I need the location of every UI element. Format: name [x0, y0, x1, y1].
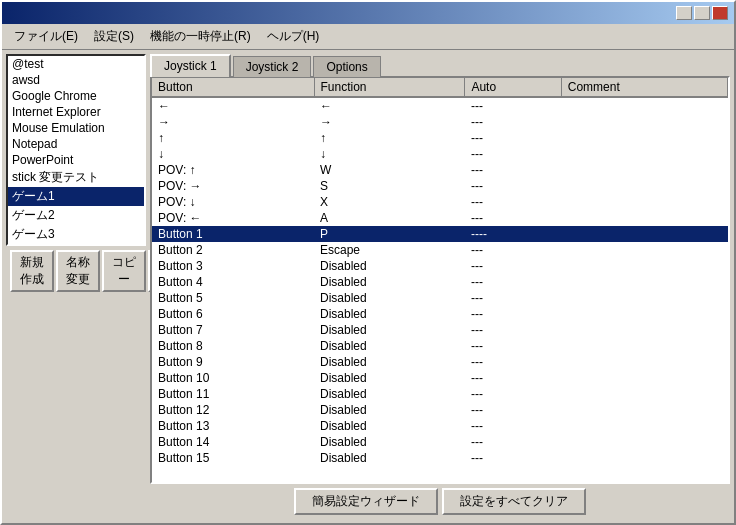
table-row[interactable]: ↑↑---: [152, 130, 728, 146]
tab-joystick-2[interactable]: Joystick 2: [233, 56, 312, 77]
cell-comment: [561, 434, 727, 450]
cell-comment: [561, 258, 727, 274]
profile-item[interactable]: ゲーム1: [8, 187, 144, 206]
table-header-row: ButtonFunctionAutoComment: [152, 78, 728, 97]
profile-item[interactable]: @test: [8, 56, 144, 72]
cell-function: ↑: [314, 130, 465, 146]
app-window: ファイル(E)設定(S)機能の一時停止(R)ヘルプ(H) @testawsdGo…: [0, 0, 736, 525]
table-row[interactable]: →→---: [152, 114, 728, 130]
cell-button: Button 13: [152, 418, 314, 434]
cell-function: P: [314, 226, 465, 242]
table-row[interactable]: POV: →S---: [152, 178, 728, 194]
profile-item[interactable]: PowerPoint: [8, 152, 144, 168]
tab-options[interactable]: Options: [313, 56, 380, 77]
cell-function: Disabled: [314, 274, 465, 290]
left-section: @testawsdGoogle ChromeInternet ExplorerM…: [6, 54, 146, 519]
cell-auto: ---: [465, 306, 561, 322]
cell-function: Disabled: [314, 338, 465, 354]
menubar: ファイル(E)設定(S)機能の一時停止(R)ヘルプ(H): [2, 24, 734, 50]
cell-auto: ---: [465, 338, 561, 354]
table-row[interactable]: Button 14Disabled---: [152, 434, 728, 450]
cell-auto: ---: [465, 418, 561, 434]
cell-function: Disabled: [314, 322, 465, 338]
cell-button: POV: ←: [152, 210, 314, 226]
cell-comment: [561, 418, 727, 434]
cell-auto: ----: [465, 226, 561, 242]
cell-auto: ---: [465, 450, 561, 466]
cell-comment: [561, 210, 727, 226]
left-action-button[interactable]: 名称変更: [56, 250, 100, 292]
right-button-bar: 簡易設定ウィザード設定をすべてクリア: [150, 484, 730, 519]
cell-function: X: [314, 194, 465, 210]
table-row[interactable]: POV: ↓X---: [152, 194, 728, 210]
right-section: Joystick 1Joystick 2Options ButtonFuncti…: [150, 54, 730, 519]
table-row[interactable]: Button 13Disabled---: [152, 418, 728, 434]
maximize-button[interactable]: [694, 6, 710, 20]
table-row[interactable]: Button 1P----: [152, 226, 728, 242]
tab-joystick-1[interactable]: Joystick 1: [150, 54, 231, 77]
cell-button: Button 5: [152, 290, 314, 306]
close-button[interactable]: [712, 6, 728, 20]
cell-button: Button 1: [152, 226, 314, 242]
profile-item[interactable]: stick 変更テスト: [8, 168, 144, 187]
table-row[interactable]: Button 7Disabled---: [152, 322, 728, 338]
menu-item[interactable]: 機能の一時停止(R): [142, 26, 259, 47]
cell-button: Button 9: [152, 354, 314, 370]
cell-button: Button 6: [152, 306, 314, 322]
table-row[interactable]: Button 3Disabled---: [152, 258, 728, 274]
cell-button: ↓: [152, 146, 314, 162]
cell-button: Button 14: [152, 434, 314, 450]
cell-function: Disabled: [314, 290, 465, 306]
table-row[interactable]: Button 10Disabled---: [152, 370, 728, 386]
profile-item[interactable]: ゲーム2: [8, 206, 144, 225]
table-row[interactable]: Button 15Disabled---: [152, 450, 728, 466]
menu-item[interactable]: 設定(S): [86, 26, 142, 47]
cell-auto: ---: [465, 178, 561, 194]
cell-comment: [561, 402, 727, 418]
table-row[interactable]: Button 11Disabled---: [152, 386, 728, 402]
right-action-button[interactable]: 簡易設定ウィザード: [294, 488, 438, 515]
table-row[interactable]: ←←---: [152, 97, 728, 114]
cell-comment: [561, 370, 727, 386]
cell-function: Disabled: [314, 402, 465, 418]
cell-auto: ---: [465, 274, 561, 290]
table-row[interactable]: POV: ←A---: [152, 210, 728, 226]
cell-function: Disabled: [314, 370, 465, 386]
table-row[interactable]: Button 8Disabled---: [152, 338, 728, 354]
table-body: ←←---→→---↑↑---↓↓---POV: ↑W---POV: →S---…: [152, 97, 728, 466]
table-row[interactable]: ↓↓---: [152, 146, 728, 162]
table-row[interactable]: Button 12Disabled---: [152, 402, 728, 418]
cell-comment: [561, 162, 727, 178]
cell-comment: [561, 178, 727, 194]
titlebar: [2, 2, 734, 24]
table-wrapper[interactable]: ButtonFunctionAutoComment ←←---→→---↑↑--…: [152, 78, 728, 482]
right-action-button[interactable]: 設定をすべてクリア: [442, 488, 586, 515]
left-button-bar: 新規作成名称変更コピー削除: [6, 246, 146, 296]
profile-item[interactable]: awsd: [8, 72, 144, 88]
profile-item[interactable]: ゲーム3: [8, 225, 144, 244]
table-row[interactable]: Button 2Escape---: [152, 242, 728, 258]
cell-auto: ---: [465, 97, 561, 114]
profile-item[interactable]: Google Chrome: [8, 88, 144, 104]
menu-item[interactable]: ファイル(E): [6, 26, 86, 47]
table-row[interactable]: Button 9Disabled---: [152, 354, 728, 370]
minimize-button[interactable]: [676, 6, 692, 20]
cell-auto: ---: [465, 162, 561, 178]
menu-item[interactable]: ヘルプ(H): [259, 26, 328, 47]
cell-button: →: [152, 114, 314, 130]
profile-item[interactable]: Mouse Emulation: [8, 120, 144, 136]
table-row[interactable]: Button 4Disabled---: [152, 274, 728, 290]
cell-auto: ---: [465, 386, 561, 402]
table-row[interactable]: POV: ↑W---: [152, 162, 728, 178]
left-action-button[interactable]: コピー: [102, 250, 146, 292]
cell-button: Button 15: [152, 450, 314, 466]
profile-item[interactable]: Internet Explorer: [8, 104, 144, 120]
left-action-button[interactable]: 新規作成: [10, 250, 54, 292]
cell-comment: [561, 450, 727, 466]
table-row[interactable]: Button 6Disabled---: [152, 306, 728, 322]
profile-item[interactable]: Notepad: [8, 136, 144, 152]
table-header-function: Function: [314, 78, 465, 97]
cell-function: Disabled: [314, 354, 465, 370]
table-row[interactable]: Button 5Disabled---: [152, 290, 728, 306]
cell-comment: [561, 386, 727, 402]
